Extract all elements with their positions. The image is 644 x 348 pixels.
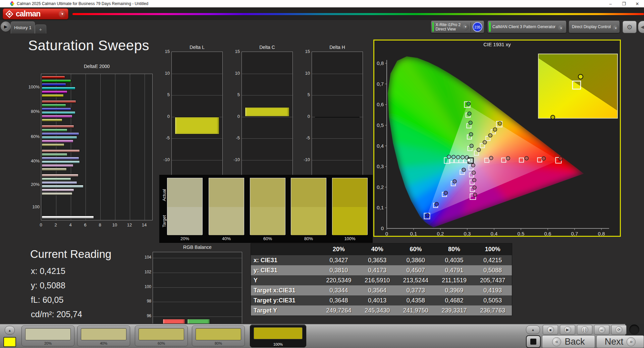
table-cell: 0,3648 [320, 295, 358, 305]
cie-measured-magenta [472, 171, 476, 175]
tab-scroll-button[interactable]: ▶ [1, 21, 11, 31]
play-button[interactable]: ▶ [560, 325, 575, 335]
table-header-row: 20%40%60%80%100% [251, 243, 512, 255]
pattern-swatch-button-100%[interactable]: 100% [250, 325, 306, 347]
deltae-bar [42, 136, 77, 139]
table-header-cell: 60% [396, 243, 435, 255]
step-icon: [·] [581, 326, 588, 333]
pattern-swatch-button-20%[interactable]: 20% [21, 326, 74, 346]
svg-text:0,5: 0,5 [377, 122, 384, 128]
deltae-bar [42, 160, 80, 163]
table-cell: 213,5244 [396, 275, 435, 285]
settings-button[interactable]: ⚙ [623, 21, 637, 33]
table-header-cell: 100% [473, 243, 512, 255]
pattern-generator-dropdown-arrow-icon[interactable]: ▼ [558, 25, 565, 31]
step-button[interactable]: [·] [577, 325, 592, 335]
deltae-plot-area [41, 74, 153, 220]
swatch-chip [196, 328, 241, 340]
pattern-swatch-button-60%[interactable]: 60% [135, 326, 188, 346]
table-cell: 0,4013 [358, 295, 396, 305]
swatch-level-label: 100% [332, 236, 368, 241]
cie-measured-blue [462, 168, 466, 171]
svg-text:0,8: 0,8 [598, 231, 605, 236]
chevron-up-icon: ▲ [8, 329, 11, 332]
rgb-balance-plot-area [153, 252, 242, 324]
meter-status-bar [432, 22, 434, 32]
rgb-y-tick: 98 [143, 299, 151, 303]
table-header-cell: 20% [320, 243, 358, 255]
close-button[interactable]: ✕ [631, 1, 644, 6]
delta-l-y-tick: 0 [158, 114, 170, 119]
next-button-label: Next [605, 337, 624, 347]
collapse-toolbar-button[interactable]: ◀ [638, 21, 644, 33]
swatch-label: 40% [77, 341, 130, 345]
meter-dropdown-arrow-icon[interactable]: ▼ [462, 24, 469, 30]
delta-l-y-tick: 15 [158, 49, 170, 54]
deltae-bar [42, 192, 72, 195]
cie-measured-yellow [493, 128, 497, 131]
deltae-bar [42, 132, 79, 135]
next-button[interactable]: Next » [596, 335, 644, 348]
add-tab-button[interactable]: + [35, 24, 46, 33]
cie-measured-magenta [473, 193, 477, 197]
transport-panel-expand-button[interactable]: ▲ [526, 325, 540, 334]
continuous-button[interactable]: ∞ [594, 325, 609, 335]
loop-icon: ∞ [598, 326, 605, 333]
svg-text:0,5: 0,5 [518, 231, 525, 236]
svg-text:0,4: 0,4 [491, 231, 498, 236]
deltae-bar [42, 125, 74, 128]
pattern-swatch-button-40%[interactable]: 40% [77, 326, 130, 346]
delta-l-plot-area [171, 52, 223, 181]
current-reading-line: cd/m²: 205,74 [31, 309, 82, 319]
stop-button[interactable]: ■ [543, 325, 558, 335]
meter-reading-badge[interactable]: 235 [473, 22, 482, 32]
current-reading-title: Current Reading [30, 248, 111, 261]
rgb-balance-title: RGB Balance [153, 245, 242, 250]
delta-h-bar [315, 117, 360, 118]
back-button[interactable]: « Back [542, 335, 595, 348]
deltae-bar [42, 178, 71, 181]
app-icon [10, 1, 15, 6]
table-cell: 0,4035 [435, 255, 474, 265]
pattern-panel-expand-button[interactable]: ▲ [5, 326, 15, 335]
table-row: Target y:CIE310,36480,40130,43580,46820,… [251, 295, 512, 305]
pattern-generator-dropdown[interactable]: CalMAN Client 3 Pattern Generator ▼ [487, 21, 567, 33]
refresh-button[interactable]: ⟳ [611, 325, 627, 335]
page-title: Saturation Sweeps [28, 38, 149, 54]
window-title: Calman 2025 Calman Ultimate for Business… [17, 1, 148, 6]
display-control-dropdown-arrow-icon[interactable]: ▼ [612, 25, 619, 31]
tab-history-1[interactable]: History 1 [11, 21, 35, 33]
table-row: x: CIE310,34270,36530,38600,40350,4215 [251, 255, 512, 265]
chevron-up-icon: ▲ [531, 328, 535, 332]
deltae-bar [42, 149, 80, 152]
delta-h-y-tick: -5 [298, 135, 310, 140]
rgb-y-tick: 104 [143, 255, 151, 260]
cie-measured-blue [426, 213, 429, 217]
svg-text:0: 0 [385, 231, 388, 236]
meter-dropdown[interactable]: X-Rite i1Pro 2Direct View ▼ 235 [431, 21, 484, 33]
delta-c-plot-area [241, 52, 293, 181]
display-control-dropdown[interactable]: Direct Display Control ▼ [569, 21, 620, 33]
delta-c-y-tick: 5 [228, 92, 240, 97]
table-row-label: Target y:CIE31 [251, 295, 320, 305]
current-pattern-swatch[interactable] [3, 337, 16, 347]
delta-c-gridline [242, 95, 293, 95]
window-pattern-button[interactable] [526, 335, 541, 348]
pattern-swatch-button-80%[interactable]: 80% [192, 326, 245, 346]
delta-h-y-tick: 0 [298, 114, 310, 119]
deltae-bar [42, 115, 72, 118]
refresh-icon: ⟳ [615, 326, 623, 333]
table-header-cell: 40% [358, 243, 396, 255]
logo-dropdown-arrow-icon[interactable]: ▼ [59, 10, 66, 18]
delta-h-y-tick: 5 [298, 92, 310, 97]
table-cell: 216,5910 [358, 275, 396, 285]
delta-c-y-tick: 0 [228, 114, 240, 119]
cie-measured-red [489, 156, 493, 160]
minimize-button[interactable]: – [604, 1, 617, 6]
svg-text:0,3: 0,3 [377, 163, 384, 169]
table-cell: 0,3969 [435, 285, 474, 295]
calman-menu-button[interactable]: calman ▼ [3, 8, 68, 19]
rgb-gridline [153, 287, 243, 288]
restore-button[interactable]: ❐ [617, 1, 631, 6]
table-cell: 0,4791 [435, 265, 474, 275]
